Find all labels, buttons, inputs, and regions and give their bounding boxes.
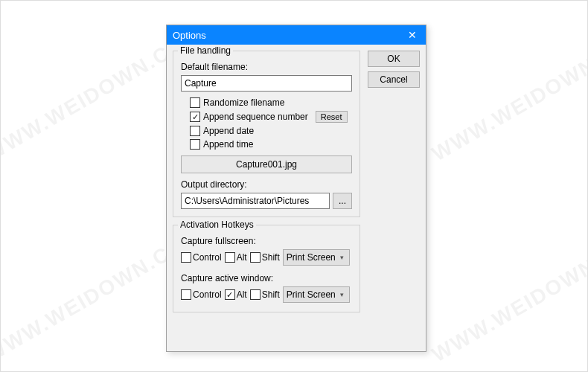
activewin-alt-label: Alt (237, 289, 247, 300)
fullscreen-shift-checkbox[interactable] (250, 252, 261, 263)
activewin-control-label: Control (193, 289, 222, 300)
append-date-label: Append date (203, 126, 254, 136)
filename-preview: Capture001.jpg (181, 155, 352, 173)
activewin-key-select[interactable]: Print Screen ▾ (283, 286, 350, 303)
activewin-key-value: Print Screen (287, 289, 336, 300)
default-filename-input[interactable] (181, 75, 352, 92)
append-sequence-checkbox[interactable] (190, 112, 200, 122)
activewin-shift-checkbox[interactable] (250, 289, 261, 300)
activewin-control-checkbox[interactable] (181, 289, 191, 300)
titlebar: Options ✕ (167, 25, 426, 45)
watermark: WWW.WEIDOWN.COM (428, 23, 588, 167)
output-directory-input[interactable] (181, 193, 330, 209)
cancel-button[interactable]: Cancel (368, 71, 420, 88)
ok-button[interactable]: OK (368, 51, 420, 67)
browse-button[interactable]: ... (333, 193, 352, 209)
chevron-down-icon: ▾ (340, 254, 344, 261)
fullscreen-key-select[interactable]: Print Screen ▾ (283, 249, 350, 266)
chevron-down-icon: ▾ (340, 291, 344, 298)
reset-sequence-button[interactable]: Reset (316, 111, 348, 123)
fullscreen-control-label: Control (193, 252, 222, 263)
activewin-shift-label: Shift (262, 289, 280, 300)
watermark: WWW.WEIDOWN.COM (428, 224, 588, 368)
append-time-label: Append time (203, 139, 253, 150)
append-time-checkbox[interactable] (190, 139, 200, 150)
activation-hotkeys-group: Activation Hotkeys Capture fullscreen: C… (173, 225, 360, 312)
append-date-checkbox[interactable] (190, 126, 200, 136)
default-filename-label: Default filename: (181, 62, 352, 72)
randomize-filename-label: Randomize filename (203, 97, 284, 108)
fullscreen-shift-label: Shift (262, 252, 280, 263)
capture-fullscreen-label: Capture fullscreen: (181, 236, 352, 246)
file-handling-title: File handling (178, 45, 233, 56)
fullscreen-control-checkbox[interactable] (181, 252, 191, 263)
fullscreen-alt-checkbox[interactable] (225, 252, 235, 263)
options-dialog: Options ✕ File handling Default filename… (166, 25, 426, 352)
fullscreen-alt-label: Alt (237, 252, 247, 263)
file-handling-group: File handling Default filename: Randomiz… (173, 51, 360, 217)
output-directory-label: Output directory: (181, 179, 352, 190)
capture-active-window-label: Capture active window: (181, 273, 352, 283)
close-button[interactable]: ✕ (399, 25, 426, 45)
close-icon: ✕ (408, 29, 417, 41)
fullscreen-key-value: Print Screen (287, 252, 336, 263)
append-sequence-label: Append sequence number (203, 112, 308, 122)
activation-hotkeys-title: Activation Hotkeys (178, 219, 256, 230)
randomize-filename-checkbox[interactable] (190, 97, 200, 108)
window-title: Options (173, 30, 399, 41)
activewin-alt-checkbox[interactable] (225, 289, 235, 300)
